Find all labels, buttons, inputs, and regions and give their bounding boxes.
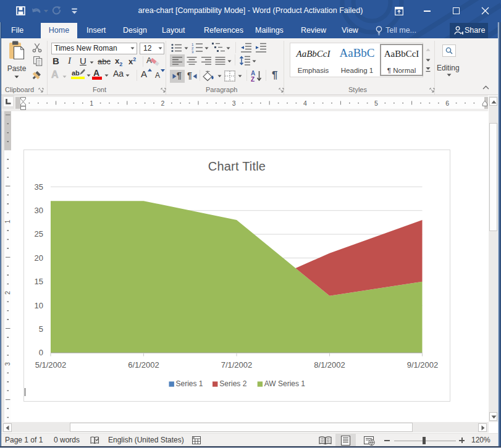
- svg-text:AW Series 1: AW Series 1: [264, 379, 306, 388]
- svg-text:3: 3: [4, 362, 11, 366]
- svg-text:15: 15: [35, 277, 43, 286]
- svg-text:Series 2: Series 2: [219, 379, 246, 388]
- svg-text:30: 30: [35, 206, 43, 215]
- svg-text:2: 2: [161, 99, 164, 107]
- svg-text:2: 2: [4, 291, 11, 295]
- svg-text:25: 25: [35, 229, 43, 239]
- svg-text:20: 20: [35, 253, 43, 263]
- svg-text:3: 3: [232, 99, 236, 107]
- svg-text:3: 3: [192, 50, 194, 54]
- svg-text:1: 1: [90, 99, 93, 107]
- svg-text:9/1/2002: 9/1/2002: [407, 360, 439, 370]
- svg-text:6: 6: [445, 99, 449, 107]
- svg-text:6/1/2002: 6/1/2002: [128, 360, 159, 370]
- svg-text:1: 1: [4, 220, 11, 224]
- svg-text:Z: Z: [251, 76, 255, 82]
- svg-text:Chart Title: Chart Title: [208, 159, 266, 173]
- svg-text:7/1/2002: 7/1/2002: [221, 360, 253, 370]
- svg-text:35: 35: [35, 182, 43, 192]
- svg-text:5: 5: [39, 324, 43, 334]
- svg-text:5: 5: [374, 99, 378, 107]
- svg-text:5/1/2002: 5/1/2002: [35, 360, 67, 370]
- svg-text:4: 4: [303, 99, 307, 107]
- svg-text:Series 1: Series 1: [176, 379, 203, 388]
- svg-text:8/1/2002: 8/1/2002: [314, 360, 345, 370]
- svg-text:10: 10: [35, 301, 43, 310]
- svg-text:0: 0: [39, 348, 43, 357]
